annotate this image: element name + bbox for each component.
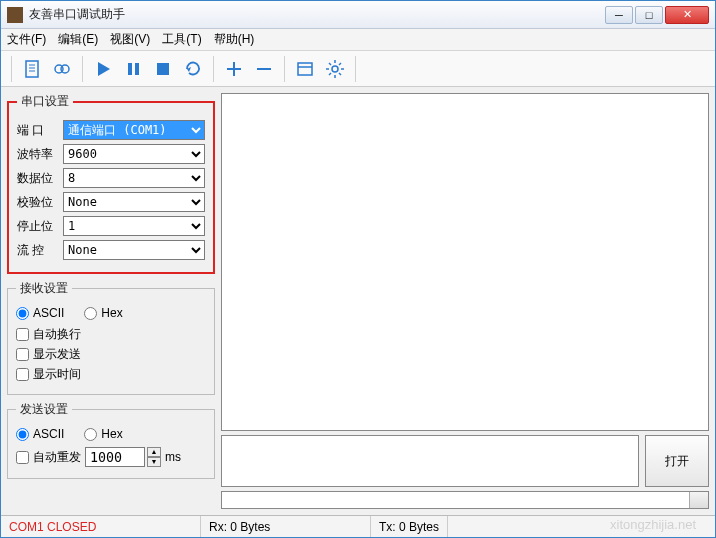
autoresend-checkbox[interactable] (16, 451, 29, 464)
send-hex-radio[interactable] (84, 428, 97, 441)
window-controls: ─ □ ✕ (605, 6, 709, 24)
right-panel: 打开 (221, 93, 709, 509)
menu-edit[interactable]: 编辑(E) (58, 31, 98, 48)
svg-line-23 (329, 73, 331, 75)
window-title: 友善串口调试助手 (29, 6, 605, 23)
status-rx: Rx: 0 Bytes (201, 516, 371, 537)
wrap-checkbox[interactable] (16, 328, 29, 341)
record-icon[interactable] (48, 55, 76, 83)
toolbar (1, 51, 715, 87)
app-icon (7, 7, 23, 23)
stop-icon[interactable] (149, 55, 177, 83)
statusbar: COM1 CLOSED Rx: 0 Bytes Tx: 0 Bytes (1, 515, 715, 537)
recv-legend: 接收设置 (16, 280, 72, 297)
menu-tools[interactable]: 工具(T) (162, 31, 201, 48)
hex-scroll-area[interactable] (221, 491, 709, 509)
content-area: 串口设置 端 口通信端口 (COM1) 波特率9600 数据位8 校验位None… (1, 87, 715, 515)
recv-settings-group: 接收设置 ASCII Hex 自动换行 显示发送 显示时间 (7, 280, 215, 395)
svg-point-5 (61, 65, 69, 73)
parity-label: 校验位 (17, 194, 57, 211)
send-legend: 发送设置 (16, 401, 72, 418)
data-select[interactable]: 8 (63, 168, 205, 188)
app-window: 友善串口调试助手 ─ □ ✕ 文件(F) 编辑(E) 视图(V) 工具(T) 帮… (0, 0, 716, 538)
svg-rect-0 (26, 61, 38, 77)
menu-help[interactable]: 帮助(H) (214, 31, 255, 48)
refresh-icon[interactable] (179, 55, 207, 83)
open-button[interactable]: 打开 (645, 435, 709, 487)
svg-rect-8 (135, 63, 139, 75)
interval-spinner[interactable]: ▲▼ (147, 447, 161, 467)
svg-point-16 (332, 66, 338, 72)
new-file-icon[interactable] (18, 55, 46, 83)
menubar: 文件(F) 编辑(E) 视图(V) 工具(T) 帮助(H) (1, 29, 715, 51)
play-icon[interactable] (89, 55, 117, 83)
stop-label: 停止位 (17, 218, 57, 235)
data-label: 数据位 (17, 170, 57, 187)
showsend-checkbox[interactable] (16, 348, 29, 361)
port-label: 端 口 (17, 122, 57, 139)
plus-icon[interactable] (220, 55, 248, 83)
receive-textarea[interactable] (221, 93, 709, 431)
gear-icon[interactable] (321, 55, 349, 83)
baud-select[interactable]: 9600 (63, 144, 205, 164)
pause-icon[interactable] (119, 55, 147, 83)
showtime-checkbox[interactable] (16, 368, 29, 381)
svg-rect-9 (157, 63, 169, 75)
svg-marker-6 (98, 62, 110, 76)
status-connection: COM1 CLOSED (1, 516, 201, 537)
svg-line-21 (329, 63, 331, 65)
minimize-button[interactable]: ─ (605, 6, 633, 24)
menu-file[interactable]: 文件(F) (7, 31, 46, 48)
svg-marker-10 (187, 67, 191, 72)
interval-input[interactable] (85, 447, 145, 467)
port-select[interactable]: 通信端口 (COM1) (63, 120, 205, 140)
svg-line-22 (339, 73, 341, 75)
send-settings-group: 发送设置 ASCII Hex 自动重发 ▲▼ ms (7, 401, 215, 479)
stop-select[interactable]: 1 (63, 216, 205, 236)
send-textarea[interactable] (221, 435, 639, 487)
status-tx: Tx: 0 Bytes (371, 516, 448, 537)
maximize-button[interactable]: □ (635, 6, 663, 24)
svg-rect-7 (128, 63, 132, 75)
send-ascii-radio[interactable] (16, 428, 29, 441)
close-button[interactable]: ✕ (665, 6, 709, 24)
flow-label: 流 控 (17, 242, 57, 259)
window-icon[interactable] (291, 55, 319, 83)
left-panel: 串口设置 端 口通信端口 (COM1) 波特率9600 数据位8 校验位None… (7, 93, 215, 509)
recv-ascii-radio[interactable] (16, 307, 29, 320)
svg-rect-14 (298, 63, 312, 75)
serial-settings-group: 串口设置 端 口通信端口 (COM1) 波特率9600 数据位8 校验位None… (7, 93, 215, 274)
menu-view[interactable]: 视图(V) (110, 31, 150, 48)
flow-select[interactable]: None (63, 240, 205, 260)
serial-legend: 串口设置 (17, 93, 73, 110)
titlebar: 友善串口调试助手 ─ □ ✕ (1, 1, 715, 29)
svg-point-4 (55, 65, 63, 73)
minus-icon[interactable] (250, 55, 278, 83)
svg-line-24 (339, 63, 341, 65)
recv-hex-radio[interactable] (84, 307, 97, 320)
baud-label: 波特率 (17, 146, 57, 163)
parity-select[interactable]: None (63, 192, 205, 212)
